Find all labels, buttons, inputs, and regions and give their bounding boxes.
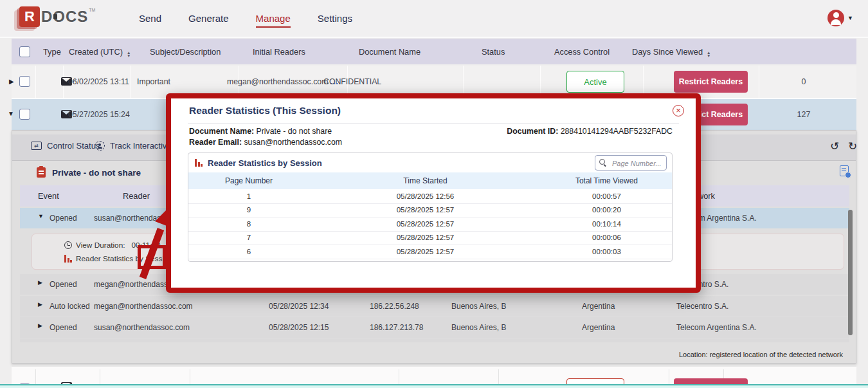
initial-readers-cell: megan@northendassoc.com ...	[227, 77, 339, 86]
total-time-cell: 00:00:03	[541, 248, 672, 255]
col-subject[interactable]: Subject/Description	[150, 47, 221, 57]
ip-cell: 186.127.213.78	[370, 323, 423, 332]
expand-event-icon[interactable]: ▶	[38, 322, 42, 329]
modal-close-icon[interactable]: ×	[673, 105, 684, 116]
expand-event-icon[interactable]: ▶	[38, 279, 42, 286]
stats-row: 8 05/28/2025 12:57 00:10:14	[188, 217, 672, 232]
document-red-icon	[37, 167, 46, 178]
stats-row: 7 05/28/2025 12:57 00:00:06	[188, 231, 672, 246]
document-id-line: Document ID: 288410141294AABF5232FADC	[507, 127, 673, 136]
user-menu-caret-icon[interactable]: ▼	[847, 15, 853, 21]
page-number-input[interactable]	[611, 156, 666, 171]
col-page-number[interactable]: Page Number	[188, 176, 309, 185]
document-id-value: 288410141294AABF5232FADC	[561, 127, 673, 136]
col-total-time-viewed[interactable]: Total Time Viewed	[541, 176, 672, 185]
modal-divider	[188, 123, 679, 124]
modal-title: Reader Statistics (This Session)	[189, 105, 341, 116]
row-checkbox[interactable]	[19, 76, 30, 87]
col-time-started[interactable]: Time Started	[309, 176, 541, 185]
col-status[interactable]: Status	[482, 47, 505, 57]
event-cell: Opened	[50, 323, 77, 332]
col-document-name[interactable]: Document Name	[359, 47, 420, 57]
stats-row: 9 05/28/2025 12:57 00:00:20	[188, 203, 672, 218]
event-table-scrollbar[interactable]	[848, 210, 853, 335]
nav-generate[interactable]: Generate	[188, 13, 229, 24]
page-cell: 6	[188, 248, 309, 255]
documents-table-header: Type Created (UTC)▲▼ Subject/Description…	[12, 39, 856, 64]
nav-settings[interactable]: Settings	[318, 13, 352, 24]
user-avatar-icon[interactable]	[827, 10, 844, 26]
time-started-cell: 05/28/2025 12:57	[309, 206, 541, 214]
annotation-box-view	[138, 245, 166, 269]
event-cell: Auto locked	[50, 302, 90, 311]
time-started-cell: 05/28/2025 12:57	[309, 248, 541, 255]
reader-statistics-modal: Reader Statistics (This Session) × Docum…	[166, 93, 701, 293]
created-cell: 05/27/2025 15:24	[68, 110, 130, 119]
sort-icon[interactable]: ▲▼	[707, 51, 710, 57]
event-row-auto-locked[interactable]: ▶ Auto locked megan@northendassoc.com 05…	[20, 296, 849, 317]
event-cell: Opened	[50, 280, 77, 289]
col-event[interactable]: Event	[38, 191, 59, 201]
col-initial-readers[interactable]: Initial Readers	[253, 47, 305, 57]
app-logo[interactable]: R DOCS TM	[19, 6, 95, 27]
event-row-opened-susan-2[interactable]: ▶ Opened susan@northendassoc.com 05/28/2…	[20, 317, 849, 338]
expand-row-icon[interactable]: ▶	[9, 78, 14, 85]
session-stats-header: Reader Statistics by Session	[188, 153, 672, 172]
track-interactivity-icon	[95, 141, 105, 151]
document-name-value: Private - do not share	[257, 127, 332, 136]
stats-table-header: Page Number Time Started Total Time View…	[188, 172, 672, 189]
reader-email-line: Reader Email: susan@northendassoc.com	[189, 138, 342, 147]
control-status-icon: ⇄	[31, 142, 42, 150]
col-type[interactable]: Type	[43, 47, 61, 57]
country-cell: Argentina	[582, 323, 615, 332]
refresh-icon[interactable]: ↻	[848, 140, 857, 153]
col-created-label: Created (UTC)	[69, 47, 123, 57]
nav-manage[interactable]: Manage	[256, 13, 291, 28]
collapse-row-icon[interactable]: ▼	[8, 110, 14, 117]
logo-trademark: TM	[89, 8, 95, 12]
app-root: R DOCS TM Send Generate Manage Settings …	[0, 0, 868, 388]
tab-control-status[interactable]: ⇄ Control Status	[31, 141, 100, 151]
restrict-readers-button[interactable]: Restrict Readers	[674, 71, 748, 93]
network-cell: Telecom Argentina S.A.	[676, 323, 757, 332]
top-nav-bar: R DOCS TM Send Generate Manage Settings …	[0, 0, 868, 38]
status-active-button[interactable]: Active	[566, 71, 624, 93]
export-report-icon[interactable]	[840, 165, 849, 176]
tab-track-interactivity[interactable]: Track Interactivity	[95, 141, 175, 151]
col-created[interactable]: Created (UTC)▲▼	[69, 47, 131, 57]
reader-cell: susan@northendassoc.com	[94, 323, 190, 332]
bar-chart-icon	[64, 255, 72, 263]
reader-email-value: susan@northendassoc.com	[244, 138, 342, 147]
page-cell: 7	[188, 234, 309, 241]
logo-lock-icon	[53, 14, 57, 19]
col-days-label: Days Since Viewed	[632, 47, 703, 57]
view-duration-label: View Duration:	[76, 241, 125, 250]
history-icon[interactable]: ↺	[830, 140, 839, 153]
total-time-cell: 00:00:57	[541, 192, 672, 200]
page-cell: 8	[188, 220, 309, 228]
reader-email: megan@northendassoc.com	[227, 77, 328, 86]
col-access-control[interactable]: Access Control	[554, 47, 610, 57]
event-cell: Opened	[50, 214, 77, 223]
document-name-label: Document Name:	[189, 127, 254, 136]
total-time-cell: 00:00:20	[541, 206, 672, 214]
nav-send[interactable]: Send	[139, 13, 161, 24]
logo-text: DOCS	[41, 6, 88, 27]
document-name-cell: CONFIDENTIAL	[323, 77, 381, 86]
col-days-since-viewed[interactable]: Days Since Viewed▲▼	[632, 47, 710, 57]
expand-event-icon[interactable]: ▶	[38, 301, 42, 308]
select-all-checkbox[interactable]	[19, 46, 30, 57]
session-stats-title: Reader Statistics by Session	[208, 158, 322, 168]
next-row-highlight	[0, 384, 868, 388]
row-checkbox[interactable]	[19, 109, 30, 120]
location-cell: Buenos Aires, B	[451, 323, 506, 332]
location-note: Location: registered location of the det…	[679, 351, 843, 358]
time-started-cell: 05/28/2025 12:57	[309, 220, 541, 228]
reader-email-label: Reader Email:	[189, 138, 242, 147]
collapse-event-icon[interactable]: ▼	[38, 213, 44, 219]
sort-icon[interactable]: ▲▼	[127, 51, 131, 57]
page-number-search	[595, 155, 667, 171]
col-reader[interactable]: Reader	[123, 191, 150, 201]
bar-chart-icon	[195, 159, 203, 167]
document-title: Private - do not share	[52, 168, 141, 178]
